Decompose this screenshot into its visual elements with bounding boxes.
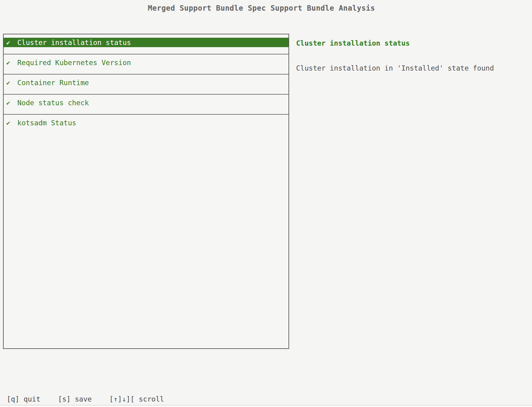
analyzer-item-label: Container Runtime xyxy=(17,79,89,87)
hint-quit: [q] quit xyxy=(7,395,40,403)
analyzer-row: ✔ kotsadm Status xyxy=(4,118,288,127)
check-icon: ✔ xyxy=(4,59,17,66)
analyzer-row: ✔ Required Kubernetes Version xyxy=(4,58,288,67)
analyzer-item-required-kubernetes-version[interactable]: ✔ Required Kubernetes Version xyxy=(4,58,288,75)
bottom-strip xyxy=(0,405,532,407)
detail-pane-title: Cluster installation status xyxy=(296,39,410,48)
hint-scroll-key: [↑]↓][ xyxy=(109,395,135,403)
hint-quit-action: quit xyxy=(23,395,40,403)
analyzer-item-label: Cluster installation status xyxy=(17,39,131,47)
analyzer-item-label: kotsadm Status xyxy=(17,119,76,127)
footer-key-hints: [q] quit [s] save [↑]↓][ scroll xyxy=(7,395,164,403)
analyzer-item-label: Node status check xyxy=(17,99,89,107)
check-icon: ✔ xyxy=(4,79,17,86)
analyzer-row: ✔ Node status check xyxy=(4,98,288,107)
hint-save: [s] save xyxy=(58,395,92,403)
check-icon: ✔ xyxy=(4,99,17,106)
analyzer-item-container-runtime[interactable]: ✔ Container Runtime xyxy=(4,78,288,95)
hint-quit-key: [q] xyxy=(7,395,19,403)
analyzer-item-node-status-check[interactable]: ✔ Node status check xyxy=(4,98,288,115)
analyzer-item-label: Required Kubernetes Version xyxy=(17,59,131,67)
analyzer-row: ✔ Container Runtime xyxy=(4,78,288,87)
detail-pane-message: Cluster installation in 'Installed' stat… xyxy=(296,64,494,73)
hint-scroll-action: scroll xyxy=(139,395,164,403)
page-title: Merged Support Bundle Spec Support Bundl… xyxy=(0,4,523,12)
analyzer-item-kotsadm-status[interactable]: ✔ kotsadm Status xyxy=(4,118,288,135)
hint-save-key: [s] xyxy=(58,395,71,403)
analyzer-item-cluster-installation-status[interactable]: ✔ Cluster installation status xyxy=(4,38,288,54)
analyzer-row: ✔ Cluster installation status xyxy=(4,38,288,47)
hint-save-action: save xyxy=(75,395,92,403)
check-icon: ✔ xyxy=(4,119,17,127)
hint-scroll: [↑]↓][ scroll xyxy=(109,395,164,403)
check-icon: ✔ xyxy=(4,39,17,46)
analyzer-list: ✔ Cluster installation status ✔ Required… xyxy=(3,34,289,349)
